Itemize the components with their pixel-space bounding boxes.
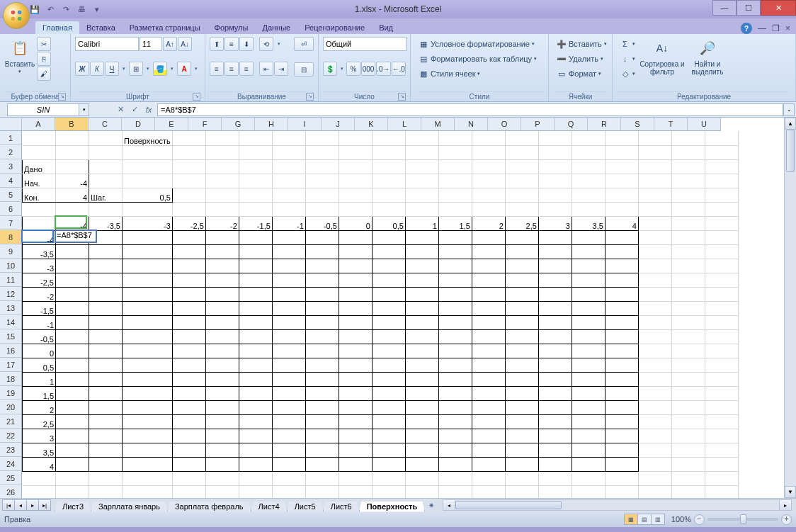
cell-Q12[interactable] [572,287,605,301]
cell-Q18[interactable] [572,372,605,386]
bold-button[interactable]: Ж [75,62,89,76]
paste-button[interactable]: 📋 Вставить ▾ [4,37,35,74]
cell-D24[interactable] [123,457,173,471]
cell-K3[interactable] [372,159,405,174]
cell-R19[interactable] [605,386,638,400]
cell-C23[interactable] [89,443,123,457]
cell-M4[interactable] [438,174,472,188]
cell-J26[interactable] [339,485,372,498]
cell-P10[interactable] [538,259,572,273]
tab-home[interactable]: Главная [35,21,79,34]
cell-A8[interactable]: -4 [23,230,56,244]
format-cells-button[interactable]: ▭Формат ▾ [553,67,610,81]
cell-N24[interactable] [472,457,505,471]
cell-O7[interactable]: 2,5 [505,216,538,230]
grow-font-button[interactable]: A↑ [163,37,177,51]
cell-K11[interactable] [372,273,405,287]
cell-K6[interactable] [372,202,405,216]
row-header-24[interactable]: 24 [0,457,21,471]
format-painter-button[interactable]: 🖌 [37,67,51,81]
cell-B10[interactable] [56,259,89,273]
cut-button[interactable]: ✂ [37,37,51,51]
cell-M15[interactable] [438,329,472,344]
cell-B22[interactable] [56,429,89,443]
cell-R15[interactable] [605,329,638,344]
column-header-F[interactable]: F [188,118,222,130]
cell-O23[interactable] [505,443,538,457]
row-header-13[interactable]: 13 [0,301,21,315]
cell-D16[interactable] [123,344,173,358]
cell-L3[interactable] [405,159,438,174]
cell-G11[interactable] [239,273,272,287]
cell-L12[interactable] [405,287,438,301]
cell-G23[interactable] [239,443,272,457]
cell-N7[interactable]: 2 [472,216,505,230]
cell-K17[interactable] [372,358,405,372]
cell-E11[interactable] [172,273,205,287]
cell-A18[interactable]: 1 [23,372,56,386]
cell-U2[interactable] [705,145,738,159]
cell-P3[interactable] [538,159,572,174]
cell-P16[interactable] [538,344,572,358]
cell-G17[interactable] [239,358,272,372]
cell-H2[interactable] [272,145,305,159]
cell-E9[interactable] [172,244,205,259]
cell-T8[interactable] [671,230,705,244]
sheet-tab-1[interactable]: Зарплата январь [91,502,168,512]
cell-G26[interactable] [239,485,272,498]
column-header-K[interactable]: K [355,118,388,130]
column-header-S[interactable]: S [621,118,654,130]
cell-D4[interactable] [123,174,173,188]
column-header-O[interactable]: O [488,118,521,130]
cell-S2[interactable] [638,145,671,159]
cell-J11[interactable] [339,273,372,287]
sheet-tab-3[interactable]: Лист4 [251,502,288,512]
tab-nav-first[interactable]: |◂ [2,499,15,511]
cell-K22[interactable] [372,429,405,443]
cell-J9[interactable] [339,244,372,259]
row-header-21[interactable]: 21 [0,414,21,429]
column-header-U[interactable]: U [688,118,721,130]
cell-Q13[interactable] [572,301,605,315]
cell-D25[interactable] [123,471,173,485]
shrink-font-button[interactable]: A↓ [178,37,192,51]
cell-O19[interactable] [505,386,538,400]
cell-E10[interactable] [172,259,205,273]
cell-K10[interactable] [372,259,405,273]
cell-F18[interactable] [205,372,239,386]
cell-K20[interactable] [372,400,405,414]
cell-H10[interactable] [272,259,305,273]
cell-U17[interactable] [705,358,738,372]
scroll-thumb-vertical[interactable] [786,130,795,172]
cell-U11[interactable] [705,273,738,287]
cell-B19[interactable] [56,386,89,400]
cell-E1[interactable] [172,131,205,145]
cell-A17[interactable]: 0,5 [23,358,56,372]
cell-I19[interactable] [305,386,339,400]
cell-H4[interactable] [272,174,305,188]
cell-L5[interactable] [405,188,438,202]
cell-R12[interactable] [605,287,638,301]
cell-I18[interactable] [305,372,339,386]
cell-E14[interactable] [172,315,205,329]
expand-formula-bar[interactable]: ⌄ [783,103,795,116]
tab-view[interactable]: Вид [372,21,400,34]
cell-M1[interactable] [438,131,472,145]
cell-G9[interactable] [239,244,272,259]
row-header-9[interactable]: 9 [0,244,21,259]
qat-customize-icon[interactable]: ▾ [91,3,103,16]
column-header-N[interactable]: N [455,118,488,130]
cell-J20[interactable] [339,400,372,414]
cell-B4[interactable]: -4 [56,174,89,188]
cell-L22[interactable] [405,429,438,443]
zoom-slider[interactable] [707,518,778,521]
cell-O21[interactable] [505,414,538,429]
cell-I4[interactable] [305,174,339,188]
scroll-up-button[interactable]: ▲ [785,118,796,130]
scroll-down-button[interactable]: ▼ [785,486,796,498]
cell-S1[interactable] [638,131,671,145]
column-header-M[interactable]: M [421,118,455,130]
cell-T10[interactable] [671,259,705,273]
border-button[interactable]: ⊞ [129,62,143,76]
cell-C12[interactable] [89,287,123,301]
